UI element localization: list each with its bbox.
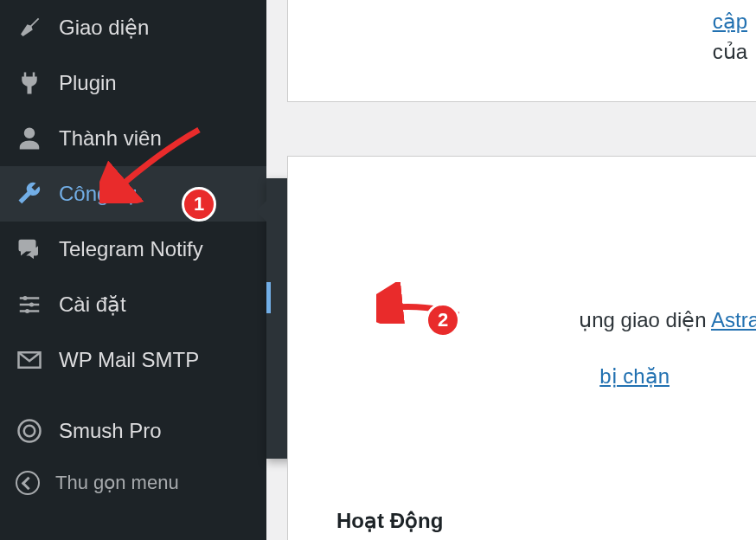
link-astra[interactable]: Astra [711,308,756,331]
content-area: cập của ụng giao diện Astra bị chặn Hoạt… [287,0,756,540]
svg-point-4 [24,426,35,437]
activity-heading: Hoạt Động [336,509,443,533]
wrench-icon [16,180,43,208]
svg-point-2 [25,309,29,313]
sidebar-item-wpmailsmtp[interactable]: WP Mail SMTP [0,332,266,388]
sidebar-item-label: WP Mail SMTP [59,348,199,372]
text-cua: của [713,40,747,63]
smush-icon [16,417,43,445]
collapse-label: Thu gọn menu [55,472,179,494]
sidebar-item-smush[interactable]: Smush Pro [0,403,266,459]
sidebar-item-appearance[interactable]: Giao diện [0,0,266,55]
content-theme-text: ụng giao diện Astra [579,308,756,332]
sidebar-item-label: Giao diện [59,16,149,40]
content-card-bottom: ụng giao diện Astra bị chặn Hoạt Động [287,156,756,540]
content-card-top: cập của [287,0,756,102]
svg-point-1 [29,303,34,307]
sidebar-item-settings[interactable]: Cài đặt [0,277,266,332]
svg-point-3 [19,421,41,442]
link-cap[interactable]: cập [713,10,747,33]
collapse-icon [16,471,40,495]
annotation-badge-1: 1 [182,187,216,222]
svg-point-0 [23,296,28,300]
admin-sidebar: Giao diện Plugin Thành viên Công cụ Tele… [0,0,266,540]
content-top-text: cập của [713,7,747,68]
sidebar-item-label: Cài đặt [59,292,126,317]
comments-icon [16,235,43,263]
link-blocked[interactable]: bị chặn [599,364,670,389]
sidebar-item-plugins[interactable]: Plugin [0,55,266,111]
annotation-badge-2: 2 [426,303,460,338]
sliders-icon [16,291,43,318]
sidebar-item-label: Plugin [59,71,117,95]
sidebar-item-label: Smush Pro [59,419,162,443]
user-icon [16,125,43,152]
sidebar-collapse[interactable]: Thu gọn menu [0,459,266,507]
sidebar-item-telegram[interactable]: Telegram Notify [0,222,266,277]
mail-icon [16,346,43,374]
brush-icon [16,14,43,42]
sidebar-item-label: Telegram Notify [59,237,203,261]
plug-icon [16,69,43,97]
